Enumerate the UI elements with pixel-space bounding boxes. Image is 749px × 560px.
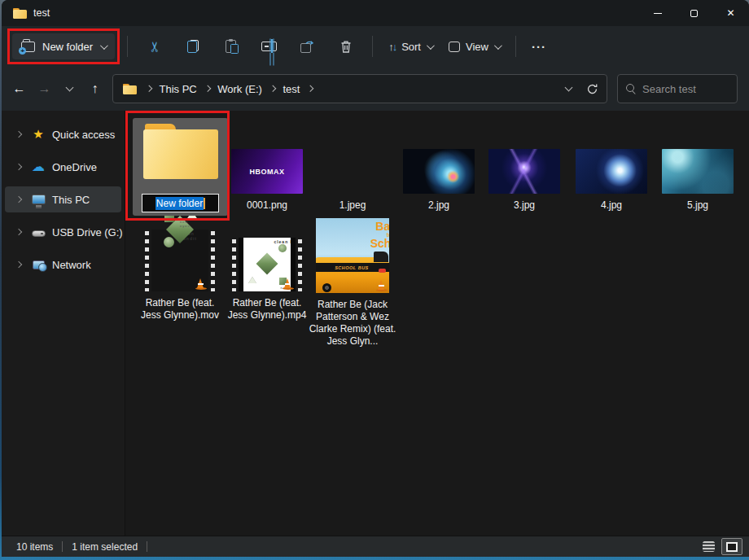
cut-button[interactable]: ✂: [135, 32, 173, 61]
search-icon: [626, 84, 636, 94]
new-folder-icon: +: [21, 42, 35, 52]
file-item-rather-be-remix[interactable]: Back to School SCHOOL BUS Rather Be (Jac…: [308, 218, 397, 348]
file-item-5-jpg[interactable]: 5.jpg: [655, 149, 741, 212]
details-view-button[interactable]: [698, 538, 719, 555]
file-name: 2.jpg: [396, 199, 482, 212]
minimize-icon: [654, 13, 662, 14]
sidebar-item-this-pc[interactable]: This PC: [5, 186, 121, 212]
breadcrumb-chevron-icon[interactable]: [204, 85, 211, 92]
file-item-0001-png[interactable]: HBOMAX 0001.png: [224, 149, 310, 212]
file-name: Rather Be (feat. Jess Glynne).mp4: [224, 297, 310, 322]
view-label: View: [466, 41, 488, 53]
share-button[interactable]: [288, 32, 326, 61]
up-button[interactable]: ↑: [82, 76, 107, 102]
breadcrumb-chevron-icon[interactable]: [307, 85, 313, 92]
new-folder-button[interactable]: + New folder: [12, 33, 115, 59]
breadcrumb-test[interactable]: test: [279, 83, 303, 95]
toolbar-separator: [372, 36, 373, 57]
image-thumbnail: [576, 149, 647, 194]
window-body: ★ Quick access ☁ OneDrive This PC USB Dr…: [2, 111, 749, 536]
chevron-right-icon[interactable]: [15, 196, 22, 203]
file-item-1-jpeg[interactable]: 1.jpeg: [309, 149, 396, 212]
cut-icon: ✂: [146, 41, 163, 52]
close-button[interactable]: ✕: [712, 0, 749, 26]
video-thumbnail: Back to School SCHOOL BUS: [316, 218, 389, 293]
toolbar-separator: [127, 36, 128, 57]
search-input[interactable]: [642, 83, 729, 95]
chevron-right-icon[interactable]: [15, 131, 22, 138]
file-item-4-jpg[interactable]: 4.jpg: [568, 149, 655, 212]
cover-text: School: [353, 238, 389, 250]
back-button[interactable]: ←: [7, 76, 32, 102]
maximize-icon: [690, 10, 698, 17]
refresh-icon: [586, 83, 598, 95]
file-item-3-jpg[interactable]: 3.jpg: [481, 149, 567, 212]
thumbnail-watermark: HBOMAX: [250, 168, 285, 176]
refresh-button[interactable]: [586, 83, 598, 95]
navigation-bar: ← → ↑ This PC Work (E:) test: [2, 67, 749, 111]
file-item-rather-be-mp4[interactable]: clean bandit new eyes Rather Be (fea: [224, 230, 310, 322]
recent-locations-button[interactable]: [57, 76, 82, 102]
chevron-down-icon: [100, 42, 108, 50]
file-name: 0001.png: [224, 199, 310, 212]
address-bar[interactable]: This PC Work (E:) test: [112, 74, 607, 103]
items-count: 10 items: [16, 541, 53, 553]
window-controls: ✕: [639, 0, 749, 26]
status-separator: [147, 541, 147, 552]
sidebar-item-onedrive[interactable]: ☁ OneDrive: [5, 154, 121, 180]
file-name: Rather Be (Jack Patterson & Wez Clarke R…: [308, 299, 397, 348]
sidebar-item-usb-drive[interactable]: USB Drive (G:): [5, 219, 121, 245]
sidebar-item-network[interactable]: Network: [5, 252, 121, 278]
search-box[interactable]: [617, 74, 738, 103]
file-name: Rather Be (feat. Jess Glynne).mov: [137, 297, 223, 322]
forward-icon: →: [38, 81, 51, 96]
maximize-button[interactable]: [676, 0, 712, 26]
vlc-cone-icon: [281, 277, 295, 291]
computer-icon: [32, 195, 46, 204]
sidebar-item-quick-access[interactable]: ★ Quick access: [5, 121, 121, 147]
breadcrumb-work-e[interactable]: Work (E:): [214, 83, 265, 95]
address-dropdown-chevron-icon[interactable]: [565, 84, 573, 92]
video-thumbnail: clean bandit new eyes: [142, 230, 217, 291]
rename-icon: [261, 42, 277, 51]
toolbar-separator: [515, 36, 516, 57]
more-options-button[interactable]: ···: [523, 32, 554, 61]
delete-button[interactable]: [326, 32, 365, 61]
window-folder-icon: [13, 8, 27, 19]
sidebar-label: This PC: [52, 194, 90, 206]
view-toggles: [698, 538, 742, 555]
highlight-box-new-folder-button: + New folder: [7, 28, 120, 64]
breadcrumb-chevron-icon[interactable]: [269, 85, 276, 92]
rename-button[interactable]: [250, 32, 288, 61]
video-thumbnail: clean bandit new eyes: [230, 238, 304, 291]
chevron-right-icon[interactable]: [15, 229, 22, 235]
file-item-rather-be-mov[interactable]: clean bandit new eyes Rather Be (feat. J…: [137, 230, 223, 322]
copy-icon: [187, 40, 199, 53]
minimize-button[interactable]: [639, 0, 676, 26]
file-name: 5.jpg: [655, 199, 741, 212]
chevron-down-icon: [494, 42, 502, 50]
location-folder-icon: [123, 84, 137, 94]
sidebar-label: Network: [52, 259, 91, 271]
details-view-icon: [703, 541, 715, 552]
file-name: 4.jpg: [568, 199, 655, 212]
thumbnail-view-button[interactable]: [721, 538, 742, 555]
file-item-new-folder[interactable]: New folder: [133, 118, 228, 216]
rename-input[interactable]: New folder: [142, 194, 219, 212]
network-icon: [33, 260, 45, 269]
ellipsis-icon: ···: [532, 40, 546, 54]
copy-button[interactable]: [173, 32, 212, 61]
explorer-window: test ✕ + New folder ✂: [2, 0, 749, 557]
cloud-icon: ☁: [32, 161, 45, 173]
chevron-right-icon[interactable]: [15, 261, 22, 268]
breadcrumb-chevron-icon[interactable]: [146, 85, 152, 92]
chevron-right-icon[interactable]: [15, 164, 22, 170]
file-item-2-jpg[interactable]: 2.jpg: [396, 149, 482, 212]
text-caret: [204, 198, 205, 209]
sort-dropdown[interactable]: ↑↓ Sort: [380, 32, 440, 61]
image-thumbnail: [403, 149, 475, 194]
forward-button[interactable]: →: [32, 76, 57, 102]
view-dropdown[interactable]: View: [440, 32, 508, 61]
breadcrumb-this-pc[interactable]: This PC: [156, 83, 200, 95]
paste-button[interactable]: [212, 32, 250, 61]
